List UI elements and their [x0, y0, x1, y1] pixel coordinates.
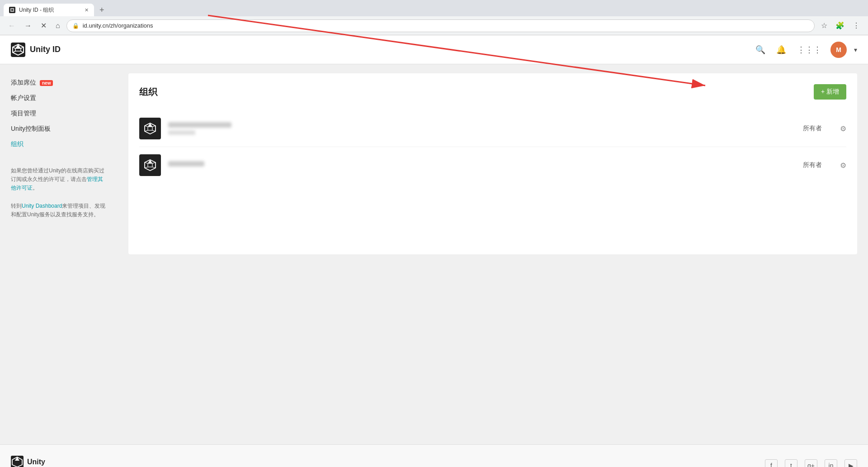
sidebar-item-label: 项目管理 — [11, 110, 36, 118]
reload-button[interactable]: ✕ — [38, 19, 49, 32]
svg-line-27 — [145, 167, 148, 168]
sidebar-dashboard-info: 转到Unity Dashboard来管理项目、发现和配置Unity服务以及查找服… — [11, 202, 107, 219]
org-info — [168, 122, 803, 135]
svg-line-15 — [152, 126, 156, 127]
page-title: 组织 — [139, 86, 157, 98]
svg-line-17 — [145, 130, 148, 131]
twitter-link[interactable]: t — [785, 459, 797, 467]
close-tab-button[interactable]: ✕ — [85, 7, 89, 13]
browser-tab-bar: Unity ID - 组织 ✕ + — [0, 0, 868, 16]
sidebar-info-text2: 转到 — [11, 203, 22, 209]
new-badge: new — [40, 80, 53, 86]
footer-logo: Unity — [11, 456, 45, 467]
header-logo: Unity ID — [11, 43, 61, 57]
home-button[interactable]: ⌂ — [53, 20, 63, 32]
svg-line-26 — [152, 167, 156, 168]
url-text: id.unity.cn/zh/organizations — [83, 22, 809, 29]
facebook-link[interactable]: f — [765, 459, 778, 467]
org-name-blurred — [168, 161, 204, 167]
org-info — [168, 161, 803, 169]
sidebar-nav: 添加席位 new 帐户设置 项目管理 Unity控制面板 组织 — [11, 75, 107, 152]
sidebar-license-info: 如果您曾经通过Unity的在线商店购买过订阅或永久性的许可证，请点击管理其他许可… — [11, 167, 107, 193]
sidebar-item-add-seats[interactable]: 添加席位 new — [11, 75, 107, 91]
svg-line-25 — [152, 162, 156, 163]
back-button[interactable]: ← — [5, 20, 18, 32]
sidebar-info: 如果您曾经通过Unity的在线商店购买过订阅或永久性的许可证，请点击管理其他许可… — [11, 167, 107, 219]
org-role: 所有者 — [803, 124, 822, 133]
content-area: 组织 + 新增 — [118, 64, 868, 426]
notifications-button[interactable]: 🔔 — [774, 43, 788, 57]
sidebar-info-suffix1: 。 — [33, 185, 38, 191]
bookmark-button[interactable]: ☆ — [818, 19, 830, 32]
gplus-link[interactable]: g+ — [805, 459, 817, 467]
unity-logo-icon — [11, 43, 25, 57]
sidebar-item-unity-dashboard[interactable]: Unity控制面板 — [11, 121, 107, 137]
forward-button[interactable]: → — [22, 20, 34, 32]
svg-line-28 — [145, 162, 148, 163]
sidebar-item-project-management[interactable]: 项目管理 — [11, 106, 107, 121]
sidebar-item-organizations[interactable]: 组织 — [11, 137, 107, 152]
org-settings-icon[interactable]: ⚙ — [840, 161, 846, 170]
user-avatar[interactable]: M — [830, 42, 847, 58]
sidebar: 添加席位 new 帐户设置 项目管理 Unity控制面板 组织 — [0, 64, 118, 426]
add-org-button[interactable]: + 新增 — [814, 84, 846, 100]
org-name-blurred — [168, 122, 231, 128]
sidebar-item-label: 组织 — [11, 140, 24, 148]
sidebar-item-label: 帐户设置 — [11, 94, 36, 102]
main-layout: 添加席位 new 帐户设置 项目管理 Unity控制面板 组织 — [0, 64, 868, 426]
org-logo — [139, 154, 161, 176]
new-tab-button[interactable]: + — [96, 4, 108, 17]
sidebar-item-account-settings[interactable]: 帐户设置 — [11, 91, 107, 106]
svg-line-16 — [152, 130, 156, 131]
menu-button[interactable]: ⋮ — [850, 19, 863, 32]
table-row: 所有者 ⚙ — [139, 147, 846, 183]
extensions-button[interactable]: 🧩 — [833, 19, 847, 32]
address-bar[interactable]: 🔒 id.unity.cn/zh/organizations — [66, 19, 815, 32]
linkedin-link[interactable]: in — [825, 459, 837, 467]
org-settings-icon[interactable]: ⚙ — [840, 124, 846, 133]
footer-social: f t g+ in ▶ — [765, 459, 857, 467]
sidebar-dashboard-link[interactable]: Unity Dashboard — [22, 203, 62, 209]
browser-toolbar: ← → ✕ ⌂ 🔒 id.unity.cn/zh/organizations ☆… — [0, 16, 868, 35]
apps-button[interactable]: ⋮⋮⋮ — [795, 43, 823, 57]
content-header: 组织 + 新增 — [139, 84, 846, 100]
content-card: 组织 + 新增 — [128, 73, 857, 254]
youtube-link[interactable]: ▶ — [844, 459, 857, 467]
lock-icon: 🔒 — [72, 23, 79, 29]
org-logo — [139, 118, 161, 139]
user-menu-chevron[interactable]: ▾ — [854, 46, 857, 53]
org-list: 所有者 ⚙ — [139, 110, 846, 183]
active-tab[interactable]: Unity ID - 组织 ✕ — [4, 4, 94, 16]
toolbar-actions: ☆ 🧩 ⋮ — [818, 19, 863, 32]
page-wrapper: Unity ID 🔍 🔔 ⋮⋮⋮ M ▾ 添加席位 new — [0, 35, 868, 467]
sidebar-item-label: Unity控制面板 — [11, 125, 51, 133]
org-sub-blurred — [168, 130, 195, 135]
svg-line-18 — [145, 126, 148, 127]
sidebar-item-label: 添加席位 — [11, 79, 36, 87]
org-role: 所有者 — [803, 161, 822, 169]
footer-logo-text: Unity — [27, 458, 45, 466]
tab-title: Unity ID - 组织 — [19, 6, 81, 14]
search-button[interactable]: 🔍 — [754, 43, 767, 57]
footer-top: Unity f t g+ in ▶ — [11, 456, 857, 467]
header-logo-text: Unity ID — [30, 45, 61, 54]
site-header: Unity ID 🔍 🔔 ⋮⋮⋮ M ▾ — [0, 35, 868, 64]
table-row: 所有者 ⚙ — [139, 110, 846, 147]
tab-favicon — [9, 7, 15, 13]
header-right: 🔍 🔔 ⋮⋮⋮ M ▾ — [754, 42, 857, 58]
site-footer: Unity f t g+ in ▶ Copyright © 2022 Unity… — [0, 444, 868, 467]
